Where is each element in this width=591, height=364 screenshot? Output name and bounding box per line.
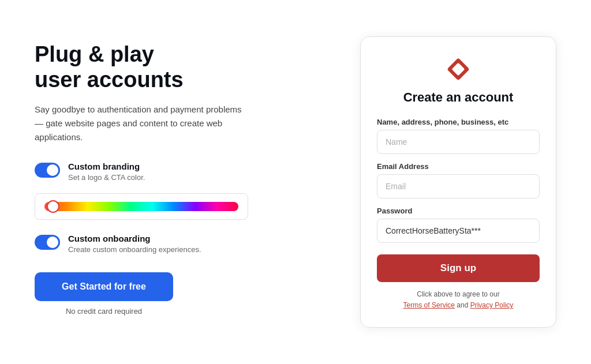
terms-of-service-link[interactable]: Terms of Service <box>403 301 455 309</box>
toggle-branding[interactable] <box>35 163 60 178</box>
left-panel: Plug & play user accounts Say goodbye to… <box>35 36 337 316</box>
feature-custom-branding: Custom branding Set a logo & CTA color. <box>35 162 337 182</box>
name-label: Name, address, phone, business, etc <box>377 118 540 126</box>
terms-line1: Click above to agree to our <box>417 290 499 298</box>
feature-branding-text: Custom branding Set a logo & CTA color. <box>68 162 145 182</box>
page-container: Plug & play user accounts Say goodbye to… <box>35 36 556 328</box>
password-input[interactable] <box>377 219 540 243</box>
subtitle-text: Say goodbye to authentication and paymen… <box>35 103 242 144</box>
get-started-button[interactable]: Get Started for free <box>35 272 173 301</box>
toggle-onboarding[interactable] <box>35 235 60 250</box>
and-text: and <box>457 301 468 309</box>
name-form-group: Name, address, phone, business, etc <box>377 118 540 154</box>
cta-note: No credit card required <box>35 307 173 316</box>
password-label: Password <box>377 207 540 215</box>
email-input[interactable] <box>377 174 540 198</box>
password-form-group: Password <box>377 207 540 243</box>
card-logo-wrapper <box>377 55 540 83</box>
color-slider-container <box>35 193 248 220</box>
feature-onboarding-description: Create custom onboarding experiences. <box>68 245 201 254</box>
signup-card: Create an account Name, address, phone, … <box>360 36 556 328</box>
feature-branding-description: Set a logo & CTA color. <box>68 173 145 182</box>
cta-section: Get Started for free No credit card requ… <box>35 272 337 316</box>
terms-text: Click above to agree to our Terms of Ser… <box>377 289 540 311</box>
privacy-policy-link[interactable]: Privacy Policy <box>470 301 514 309</box>
email-label: Email Address <box>377 162 540 171</box>
feature-custom-onboarding: Custom onboarding Create custom onboardi… <box>35 234 337 254</box>
slider-thumb[interactable] <box>47 200 59 213</box>
feature-branding-label: Custom branding <box>68 162 145 171</box>
color-slider-track[interactable] <box>44 202 238 211</box>
feature-onboarding-text: Custom onboarding Create custom onboardi… <box>68 234 201 254</box>
signup-button[interactable]: Sign up <box>377 254 540 282</box>
card-title: Create an account <box>377 90 540 105</box>
feature-onboarding-label: Custom onboarding <box>68 234 201 243</box>
main-heading: Plug & play user accounts <box>35 42 337 92</box>
diamond-icon <box>444 55 472 83</box>
email-form-group: Email Address <box>377 162 540 198</box>
name-input[interactable] <box>377 130 540 154</box>
